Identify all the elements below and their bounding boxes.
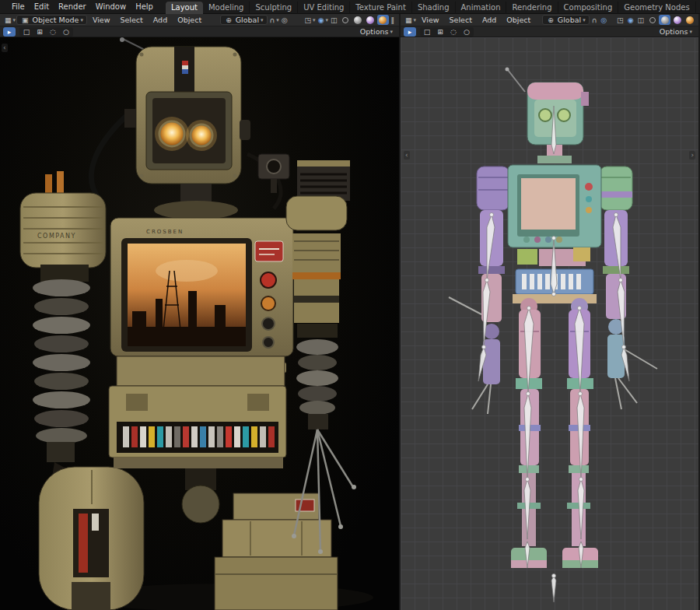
right-menu-select[interactable]: Select xyxy=(445,15,477,25)
left-menu-view[interactable]: View xyxy=(88,15,115,25)
tab-compositing[interactable]: Compositing xyxy=(558,2,619,14)
tab-texture-paint[interactable]: Texture Paint xyxy=(350,2,412,14)
tab-shading[interactable]: Shading xyxy=(412,2,456,14)
left-menu-select[interactable]: Select xyxy=(115,15,147,25)
options-chevron-icon: ▾ xyxy=(689,29,692,35)
shading-wireframe-button[interactable] xyxy=(646,15,658,25)
snap-magnet-icon[interactable]: ∩ xyxy=(590,15,599,26)
region-toggle-icon[interactable]: ‹ xyxy=(404,151,410,160)
shading-wireframe-button[interactable] xyxy=(340,15,352,25)
workspace-tabs: Layout Modeling Sculpting UV Editing Tex… xyxy=(166,0,700,14)
gizmo-toggle-icon[interactable]: ◳ xyxy=(615,15,625,26)
tab-layout[interactable]: Layout xyxy=(166,2,203,14)
tab-scripting[interactable]: Scripting xyxy=(696,2,700,14)
brand-label: CROSBEN xyxy=(146,229,184,235)
blender-window: File Edit Render Window Help Layout Mode… xyxy=(0,0,700,610)
orientation-label: Global xyxy=(236,16,259,24)
shading-material-button[interactable] xyxy=(365,15,376,25)
menu-file[interactable]: File xyxy=(7,2,30,12)
select-lasso-icon[interactable]: ○ xyxy=(60,27,72,37)
tab-geometry-nodes[interactable]: Geometry Nodes xyxy=(618,2,695,14)
shoulder-label: COMPANY xyxy=(37,233,76,240)
orientation-chevron-icon: ▾ xyxy=(583,17,586,23)
right-options-dropdown[interactable]: Options ▾ xyxy=(660,27,695,36)
mode-dropdown[interactable]: ▣ Object Mode ▾ xyxy=(16,15,87,25)
object-mode-icon: ▣ xyxy=(20,15,30,26)
editor-type-chevron-icon: ▾ xyxy=(13,17,16,23)
viewport-headers: ▦ ▾ ▣ Object Mode ▾ View Select Add Obje… xyxy=(0,14,700,26)
shading-options-icon[interactable]: ‖ xyxy=(390,15,397,26)
xray-toggle-icon[interactable]: ◫ xyxy=(329,15,339,26)
robot-left-leg xyxy=(39,467,144,610)
select-mode-group: □ ⊞ ◌ ○ xyxy=(19,27,73,37)
select-box-icon[interactable]: □ xyxy=(20,27,33,37)
menu-window[interactable]: Window xyxy=(91,2,131,12)
select-mode-group: □ ⊞ ◌ ○ xyxy=(420,27,474,37)
right-menu-object[interactable]: Object xyxy=(502,15,535,25)
right-viewport-header: ▦ ▾ View Select Add Object ⊕ Global ▾ ∩ … xyxy=(401,14,698,26)
robot-lower-drawers xyxy=(109,356,286,468)
mode-label: Object Mode xyxy=(33,16,79,24)
active-tool-select-box-icon[interactable]: ▸ xyxy=(404,27,416,37)
solid-3d-viewport[interactable]: ‹ › xyxy=(401,37,698,610)
active-tool-select-box-icon[interactable]: ▸ xyxy=(3,27,16,37)
gizmo-chevron-icon: ▾ xyxy=(313,17,316,23)
editor-type-icon[interactable]: ▦ xyxy=(404,15,414,26)
tab-rendering[interactable]: Rendering xyxy=(506,2,558,14)
top-menubar: File Edit Render Window Help Layout Mode… xyxy=(0,0,700,14)
menu-help[interactable]: Help xyxy=(131,2,158,12)
gizmo-toggle-icon[interactable]: ◳ xyxy=(303,15,313,26)
snap-magnet-icon[interactable]: ∩ xyxy=(268,15,277,26)
shading-rendered-button[interactable] xyxy=(377,15,389,25)
editor-type-icon[interactable]: ▦ xyxy=(3,15,13,26)
rendered-3d-viewport[interactable]: ‹ xyxy=(0,37,401,610)
orientation-icon: ⊕ xyxy=(224,15,233,26)
overlays-toggle-icon[interactable]: ◉ xyxy=(317,15,326,26)
shading-solid-button[interactable] xyxy=(659,15,670,25)
shading-solid-button[interactable] xyxy=(352,15,364,25)
left-menu-object[interactable]: Object xyxy=(173,15,206,25)
select-extend-icon[interactable]: ⊞ xyxy=(33,27,46,37)
xray-toggle-icon[interactable]: ◫ xyxy=(635,15,646,26)
left-tool-settings: ▸ □ ⊞ ◌ ○ Options ▾ xyxy=(0,26,401,37)
left-viewport-header: ▦ ▾ ▣ Object Mode ▾ View Select Add Obje… xyxy=(0,14,401,26)
viewport-area: ‹ xyxy=(0,37,700,610)
robot-shoulder-camera xyxy=(258,154,289,193)
select-box-icon[interactable]: □ xyxy=(421,27,433,37)
robot-head xyxy=(120,37,250,184)
robot-torso-tv: CROSBEN xyxy=(110,218,293,373)
options-label: Options xyxy=(660,27,688,36)
right-orientation-dropdown[interactable]: ⊕ Global ▾ xyxy=(542,15,589,25)
rendered-robot: COMPANY xyxy=(0,37,401,610)
orientation-chevron-icon: ▾ xyxy=(261,17,264,23)
right-menu-view[interactable]: View xyxy=(417,15,444,25)
tab-modeling[interactable]: Modeling xyxy=(203,2,250,14)
proportional-editing-icon[interactable]: ◎ xyxy=(599,15,608,26)
left-orientation-dropdown[interactable]: ⊕ Global ▾ xyxy=(220,15,267,25)
options-chevron-icon: ▾ xyxy=(390,29,393,35)
select-extend-icon[interactable]: ⊞ xyxy=(434,27,446,37)
shading-rendered-button[interactable] xyxy=(684,15,695,25)
tab-sculpting[interactable]: Sculpting xyxy=(250,2,298,14)
region-toggle-icon[interactable]: › xyxy=(689,151,695,160)
mode-chevron-icon: ▾ xyxy=(80,17,83,23)
left-menu-add[interactable]: Add xyxy=(149,15,172,25)
select-circle-icon[interactable]: ◌ xyxy=(447,27,460,37)
right-menu-add[interactable]: Add xyxy=(478,15,501,25)
region-toggle-icon[interactable]: ‹ xyxy=(2,44,8,52)
orientation-icon: ⊕ xyxy=(546,15,555,26)
menu-edit[interactable]: Edit xyxy=(30,2,54,12)
overlays-chevron-icon: ▾ xyxy=(325,17,328,23)
robot-left-arm: COMPANY xyxy=(20,171,106,506)
overlays-toggle-icon[interactable]: ◉ xyxy=(626,15,635,26)
shading-material-button[interactable] xyxy=(671,15,683,25)
select-circle-icon[interactable]: ◌ xyxy=(47,27,59,37)
tab-animation[interactable]: Animation xyxy=(456,2,507,14)
menu-render[interactable]: Render xyxy=(54,2,91,12)
proportional-editing-icon[interactable]: ◎ xyxy=(280,15,289,26)
select-lasso-icon[interactable]: ○ xyxy=(460,27,473,37)
tab-uv-editing[interactable]: UV Editing xyxy=(298,2,350,14)
options-label: Options xyxy=(360,27,389,36)
left-options-dropdown[interactable]: Options ▾ xyxy=(360,27,396,36)
robot-vent-box xyxy=(297,160,350,201)
